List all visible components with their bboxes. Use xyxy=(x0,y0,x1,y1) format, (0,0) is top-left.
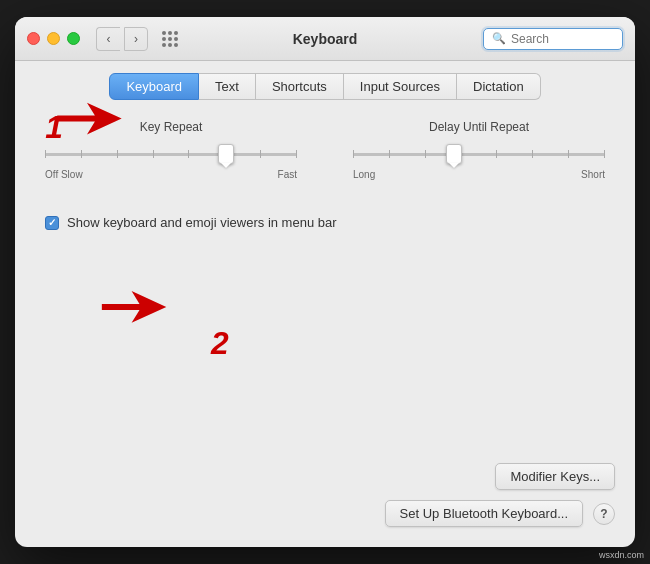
tabs-container: Keyboard Text Shortcuts Input Sources Di… xyxy=(35,73,615,100)
delay-repeat-group: Delay Until Repeat Long Short xyxy=(353,120,605,180)
search-input[interactable] xyxy=(511,32,614,46)
key-repeat-track-container xyxy=(45,144,297,164)
key-repeat-ticks xyxy=(45,150,297,158)
tab-shortcuts[interactable]: Shortcuts xyxy=(256,73,344,100)
content-area: 1 2 Keyboard Text Shortcuts Input Source… xyxy=(15,61,635,547)
emoji-viewer-label: Show keyboard and emoji viewers in menu … xyxy=(67,215,337,230)
emoji-viewer-checkbox[interactable]: ✓ xyxy=(45,216,59,230)
back-button[interactable]: ‹ xyxy=(96,27,120,51)
svg-text:2: 2 xyxy=(210,325,229,361)
key-repeat-thumb[interactable] xyxy=(218,144,234,164)
titlebar: ‹ › Keyboard 🔍 xyxy=(15,17,635,61)
delay-repeat-labels: Long Short xyxy=(353,169,605,180)
key-repeat-track xyxy=(45,153,297,156)
key-repeat-group: Key Repeat Off Slow Fast xyxy=(45,120,297,180)
watermark: wsxdn.com xyxy=(599,550,644,560)
delay-repeat-track xyxy=(353,153,605,156)
bottom-row: Set Up Bluetooth Keyboard... ? xyxy=(385,500,615,527)
key-repeat-label: Key Repeat xyxy=(140,120,203,134)
tab-dictation[interactable]: Dictation xyxy=(457,73,541,100)
setup-bluetooth-button[interactable]: Set Up Bluetooth Keyboard... xyxy=(385,500,583,527)
window-title: Keyboard xyxy=(293,31,358,47)
delay-repeat-thumb[interactable] xyxy=(446,144,462,164)
modifier-keys-button[interactable]: Modifier Keys... xyxy=(495,463,615,490)
close-button[interactable] xyxy=(27,32,40,45)
search-icon: 🔍 xyxy=(492,32,506,45)
delay-repeat-ticks xyxy=(353,150,605,158)
tab-input-sources[interactable]: Input Sources xyxy=(344,73,457,100)
key-repeat-labels: Off Slow Fast xyxy=(45,169,297,180)
delay-repeat-track-container xyxy=(353,144,605,164)
traffic-lights xyxy=(27,32,80,45)
main-window: ‹ › Keyboard 🔍 1 2 Key xyxy=(15,17,635,547)
tab-text[interactable]: Text xyxy=(199,73,256,100)
checkbox-row: ✓ Show keyboard and emoji viewers in men… xyxy=(35,215,615,230)
key-repeat-fast-label: Fast xyxy=(278,169,297,180)
key-repeat-off-label: Off Slow xyxy=(45,169,83,180)
search-box[interactable]: 🔍 xyxy=(483,28,623,50)
checkbox-checkmark: ✓ xyxy=(48,218,56,228)
minimize-button[interactable] xyxy=(47,32,60,45)
help-button[interactable]: ? xyxy=(593,503,615,525)
tab-keyboard[interactable]: Keyboard xyxy=(109,73,199,100)
svg-marker-3 xyxy=(102,291,166,323)
bottom-buttons: Modifier Keys... Set Up Bluetooth Keyboa… xyxy=(35,453,615,531)
maximize-button[interactable] xyxy=(67,32,80,45)
delay-repeat-label: Delay Until Repeat xyxy=(429,120,529,134)
sliders-section: Key Repeat Off Slow Fast xyxy=(35,120,615,180)
forward-button[interactable]: › xyxy=(124,27,148,51)
grid-icon[interactable] xyxy=(158,27,182,51)
delay-repeat-short-label: Short xyxy=(581,169,605,180)
nav-buttons: ‹ › xyxy=(96,27,148,51)
delay-repeat-long-label: Long xyxy=(353,169,375,180)
